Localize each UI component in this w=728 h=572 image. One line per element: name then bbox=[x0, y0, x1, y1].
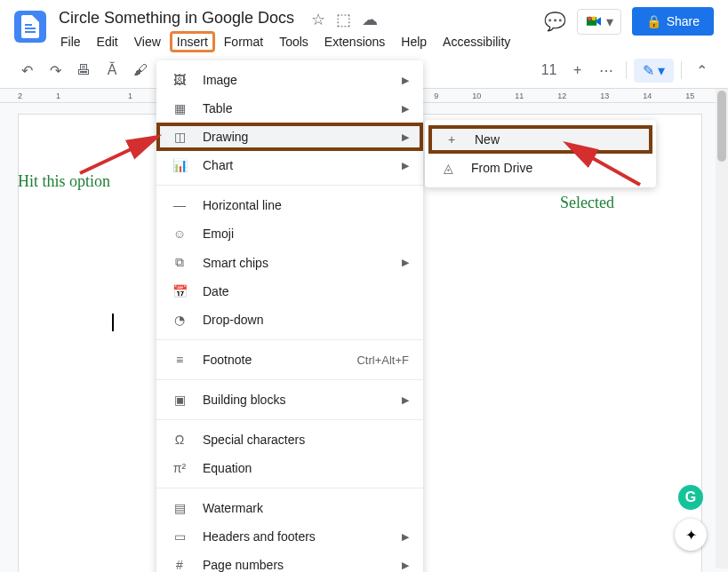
insert-headers-and-footers[interactable]: ▭Headers and footers▶ bbox=[156, 522, 423, 551]
menu-view[interactable]: View bbox=[127, 31, 168, 52]
new-icon: + bbox=[443, 132, 460, 147]
watermark-icon: ▤ bbox=[171, 501, 188, 515]
menu-insert[interactable]: Insert bbox=[170, 31, 215, 52]
menu-item-label: Building blocks bbox=[203, 393, 388, 407]
redo-button[interactable]: ↷ bbox=[43, 58, 68, 83]
horizontal-line-icon: — bbox=[171, 198, 188, 212]
svg-point-0 bbox=[587, 16, 591, 20]
submenu-arrow-icon: ▶ bbox=[402, 75, 409, 86]
menu-separator bbox=[156, 379, 423, 380]
table-icon: ▦ bbox=[171, 101, 188, 115]
insert-image[interactable]: 🖼Image▶ bbox=[156, 66, 423, 94]
menu-extensions[interactable]: Extensions bbox=[317, 31, 392, 52]
star-icon[interactable]: ☆ bbox=[311, 10, 325, 29]
page-numbers-icon: # bbox=[171, 558, 188, 572]
headers-and-footers-icon: ▭ bbox=[171, 529, 188, 544]
image-icon: 🖼 bbox=[171, 73, 188, 87]
menu-item-label: Footnote bbox=[203, 353, 342, 367]
emoji-icon: ☺ bbox=[171, 226, 188, 241]
menu-tools[interactable]: Tools bbox=[272, 31, 316, 52]
explore-button[interactable]: ✦ bbox=[675, 519, 707, 551]
menu-separator bbox=[156, 339, 423, 340]
insert-menu-dropdown: 🖼Image▶▦Table▶◫Drawing▶📊Chart▶—Horizonta… bbox=[156, 60, 423, 572]
annotation-arrow-left bbox=[71, 129, 169, 182]
grammarly-icon[interactable]: G bbox=[678, 485, 703, 510]
insert-table[interactable]: ▦Table▶ bbox=[156, 94, 423, 123]
menu-separator bbox=[156, 419, 423, 420]
menu-item-label: Watermark bbox=[203, 501, 409, 515]
collapse-button[interactable]: ⌃ bbox=[689, 58, 714, 83]
chart-icon: 📊 bbox=[171, 158, 188, 172]
footnote-icon: ≡ bbox=[171, 353, 188, 367]
comments-icon[interactable]: 💬 bbox=[544, 11, 566, 32]
menu-format[interactable]: Format bbox=[217, 31, 270, 52]
submenu-arrow-icon: ▶ bbox=[402, 394, 409, 406]
menu-separator bbox=[156, 488, 423, 489]
vertical-scrollbar[interactable] bbox=[716, 89, 728, 568]
spellcheck-button[interactable]: Ă bbox=[100, 58, 124, 83]
insert-page-numbers[interactable]: #Page numbers▶ bbox=[156, 551, 423, 572]
svg-line-5 bbox=[569, 145, 640, 185]
drop-down-icon: ◔ bbox=[171, 313, 188, 327]
submenu-item-label: New bbox=[475, 132, 500, 147]
svg-line-3 bbox=[80, 138, 156, 173]
insert-building-blocks[interactable]: ▣Building blocks▶ bbox=[156, 385, 423, 414]
print-button[interactable]: 🖶 bbox=[71, 58, 96, 83]
annotation-arrow-right bbox=[560, 140, 658, 189]
menu-help[interactable]: Help bbox=[394, 31, 434, 52]
docs-app-icon[interactable] bbox=[14, 11, 46, 43]
special-characters-icon: Ω bbox=[171, 433, 188, 447]
share-button[interactable]: 🔒 Share bbox=[632, 7, 714, 36]
lock-icon: 🔒 bbox=[646, 14, 661, 28]
menu-item-label: Special characters bbox=[203, 433, 409, 447]
more-options[interactable]: ⋯ bbox=[594, 58, 619, 83]
building-blocks-icon: ▣ bbox=[171, 393, 188, 407]
move-icon[interactable]: ⬚ bbox=[336, 10, 351, 29]
menu-item-label: Chart bbox=[203, 158, 388, 172]
menu-item-label: Date bbox=[203, 284, 409, 298]
undo-button[interactable]: ↶ bbox=[14, 58, 39, 83]
insert-smart-chips[interactable]: ⧉Smart chips▶ bbox=[156, 248, 423, 277]
font-size-value[interactable]: 11 bbox=[537, 58, 562, 83]
submenu-arrow-icon: ▶ bbox=[402, 131, 409, 143]
menu-item-label: Page numbers bbox=[203, 558, 388, 572]
paint-format-button[interactable]: 🖌 bbox=[128, 58, 153, 83]
menu-file[interactable]: File bbox=[53, 31, 88, 52]
separator bbox=[626, 61, 627, 79]
submenu-arrow-icon: ▶ bbox=[402, 103, 409, 115]
menu-item-label: Horizontal line bbox=[203, 198, 409, 212]
from-drive-icon: ◬ bbox=[439, 161, 457, 175]
insert-horizontal-line[interactable]: —Horizontal line bbox=[156, 191, 423, 219]
document-title[interactable]: Circle Something in Google Docs bbox=[53, 7, 300, 29]
insert-drawing[interactable]: ◫Drawing▶ bbox=[156, 123, 423, 151]
menu-item-label: Drawing bbox=[203, 130, 388, 144]
meet-button[interactable]: ▾ bbox=[577, 9, 621, 35]
insert-date[interactable]: 📅Date bbox=[156, 277, 423, 306]
smart-chips-icon: ⧉ bbox=[171, 255, 188, 270]
annotation-right: Selected bbox=[560, 194, 614, 212]
svg-point-1 bbox=[591, 16, 596, 20]
menu-separator bbox=[156, 185, 423, 186]
cloud-status-icon[interactable]: ☁ bbox=[362, 10, 378, 29]
menu-item-label: Emoji bbox=[203, 226, 409, 241]
menu-item-label: Drop-down bbox=[203, 313, 409, 327]
equation-icon: π² bbox=[171, 461, 188, 475]
submenu-arrow-icon: ▶ bbox=[402, 531, 409, 543]
insert-chart[interactable]: 📊Chart▶ bbox=[156, 151, 423, 179]
insert-watermark[interactable]: ▤Watermark bbox=[156, 494, 423, 522]
text-cursor bbox=[112, 314, 114, 331]
font-size-increase[interactable]: + bbox=[565, 58, 590, 83]
insert-drop-down[interactable]: ◔Drop-down bbox=[156, 306, 423, 334]
insert-footnote[interactable]: ≡FootnoteCtrl+Alt+F bbox=[156, 346, 423, 374]
submenu-arrow-icon: ▶ bbox=[402, 560, 409, 571]
editing-mode-button[interactable]: ✎ ▾ bbox=[634, 59, 674, 83]
insert-special-characters[interactable]: ΩSpecial characters bbox=[156, 425, 423, 454]
menu-accessibility[interactable]: Accessibility bbox=[436, 31, 517, 52]
insert-equation[interactable]: π²Equation bbox=[156, 454, 423, 482]
submenu-arrow-icon: ▶ bbox=[402, 160, 409, 171]
insert-emoji[interactable]: ☺Emoji bbox=[156, 219, 423, 248]
menu-item-label: Smart chips bbox=[203, 256, 388, 270]
submenu-arrow-icon: ▶ bbox=[402, 257, 409, 268]
menu-edit[interactable]: Edit bbox=[90, 31, 125, 52]
menubar: FileEditViewInsertFormatToolsExtensionsH… bbox=[53, 31, 537, 52]
